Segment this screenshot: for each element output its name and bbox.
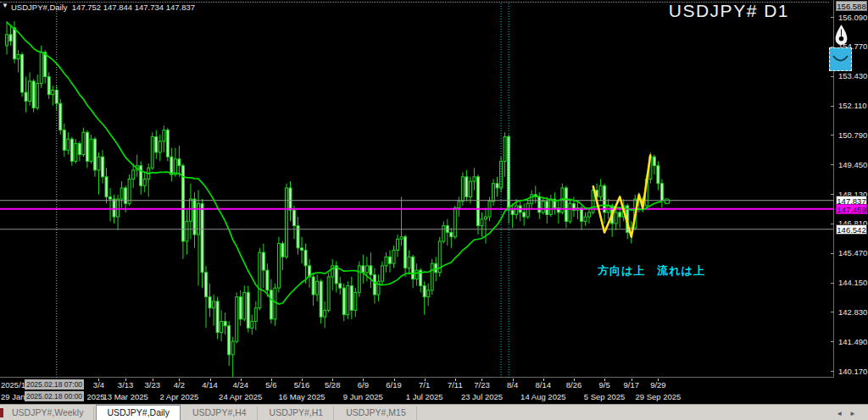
pen-nib-icon[interactable] — [834, 25, 849, 47]
candle-body — [209, 297, 211, 308]
date-label-long: 16 May 2025 — [279, 392, 326, 401]
price-axis-label: 150.790 — [838, 130, 867, 140]
candle-body — [93, 139, 96, 170]
tab-usdjpy-h4[interactable]: USDJPY#,H4 — [182, 406, 258, 420]
smiley-object-button[interactable] — [829, 47, 852, 71]
date-label-short: 4/14 — [202, 380, 218, 390]
vline-date-tooltip: 2025.02.18 00:00 — [25, 391, 84, 401]
candle-body — [549, 199, 552, 214]
price-tick — [831, 253, 834, 254]
candle-body — [97, 157, 100, 170]
first-date-clipped: 2025/1/ — [1, 380, 28, 390]
tab-usdjpy-m15[interactable]: USDJPY#,M15 — [336, 406, 417, 420]
price-axis-label: 144.150 — [838, 278, 867, 287]
candle-body — [82, 132, 85, 154]
tab-scroll-arrows[interactable]: ◄► — [836, 410, 863, 417]
candle-body — [385, 257, 387, 266]
candle-body — [6, 35, 8, 46]
candle-body — [266, 270, 269, 290]
candle-body — [59, 103, 62, 130]
tab-usdjpy-daily[interactable]: USDJPY#,Daily — [96, 405, 181, 420]
chart-title-ohlc: USDJPY#,Daily 147.752 147.844 147.734 14… — [11, 3, 195, 12]
candle-body — [213, 301, 215, 308]
candle-body — [254, 308, 257, 322]
candle-body — [358, 266, 360, 293]
candle-body — [270, 290, 272, 319]
candle-body — [216, 301, 219, 333]
moving-average-line — [7, 23, 662, 305]
candle-body — [404, 237, 407, 268]
date-label-short: 7/23 — [474, 380, 490, 390]
candle-body — [109, 196, 112, 199]
candle-body — [125, 188, 127, 203]
candle-body — [342, 288, 345, 315]
candle-body — [155, 137, 158, 152]
price-axis-label: 149.450 — [838, 160, 867, 169]
candle-body — [389, 257, 392, 263]
candle-body — [476, 177, 479, 226]
price-axis-label: 152.110 — [838, 101, 867, 110]
date-label-long: 1 Jul 2025 — [406, 392, 443, 401]
candle-body — [243, 292, 246, 319]
candle-body — [151, 137, 153, 169]
candle-body — [231, 341, 234, 355]
candle-body — [9, 35, 12, 41]
candle-body — [90, 139, 92, 161]
candle-body — [511, 210, 514, 214]
candle-body — [415, 270, 418, 279]
candle-body — [316, 281, 319, 295]
tab-scroll-left-icon[interactable]: ◄ — [836, 410, 849, 417]
candle-body — [492, 184, 495, 202]
tab-usdjpy-h1[interactable]: USDJPY#,H1 — [259, 406, 335, 420]
candle-body — [21, 54, 24, 92]
candle-body — [461, 177, 464, 202]
candle-body — [354, 292, 357, 310]
tab-usdjpy-weekly[interactable]: USDJPY#,Weekly — [2, 406, 94, 420]
candle-body — [408, 257, 410, 268]
candle-body — [228, 326, 231, 355]
chart-plot-area[interactable]: ▼ USDJPY#,Daily 147.752 147.844 147.734 … — [0, 0, 834, 378]
candle-body — [504, 137, 506, 162]
date-label-long: 29 Sep 2025 — [635, 392, 681, 401]
candle-body — [32, 81, 35, 108]
date-label-short: 4/2 — [174, 380, 185, 390]
time-axis[interactable]: 3/43/133/234/24/144/245/65/165/286/96/19… — [0, 379, 868, 404]
candle-body — [166, 130, 169, 158]
candle-body — [481, 219, 483, 226]
date-label-short: 9/17 — [624, 380, 640, 390]
candle-body — [36, 84, 39, 108]
candle-body — [412, 257, 415, 279]
candle-body — [113, 199, 115, 217]
candle-body — [29, 81, 31, 102]
price-tick — [831, 76, 834, 77]
date-label-short: 9/29 — [650, 380, 666, 390]
candlestick-chart-canvas[interactable] — [0, 0, 834, 378]
chart-symbol-triangle-icon: ▼ — [2, 2, 8, 9]
candle-body — [350, 285, 353, 310]
candle-body — [289, 188, 292, 210]
tab-scroll-right-icon[interactable]: ► — [849, 410, 863, 417]
candle-body — [465, 177, 468, 197]
candle-body — [63, 130, 65, 151]
date-label-long: 23 Jul 2025 — [461, 392, 503, 401]
date-label-short: 5/28 — [325, 380, 341, 390]
candle-body — [469, 181, 471, 196]
candle-body — [102, 157, 104, 177]
tab-bar-corner-mark — [0, 408, 3, 417]
candle-body — [201, 203, 203, 272]
date-label-short: 7/1 — [419, 380, 430, 390]
price-tick — [831, 106, 834, 107]
date-label-long: 24 Apr 2025 — [219, 392, 262, 401]
candle-body — [186, 221, 188, 241]
candle-body — [143, 179, 146, 185]
candle-body — [304, 250, 307, 265]
date-label-short: 8/14 — [536, 380, 552, 390]
candle-body — [442, 226, 445, 241]
vline-date-tooltip: 2025.02.18 07:00 — [25, 379, 84, 390]
candle-body — [427, 290, 430, 297]
candle-body — [17, 54, 19, 58]
candle-body — [247, 292, 249, 328]
smile-curve-icon — [833, 56, 848, 61]
price-axis-label: 142.830 — [838, 307, 867, 317]
date-label-short: 3/4 — [93, 380, 104, 390]
